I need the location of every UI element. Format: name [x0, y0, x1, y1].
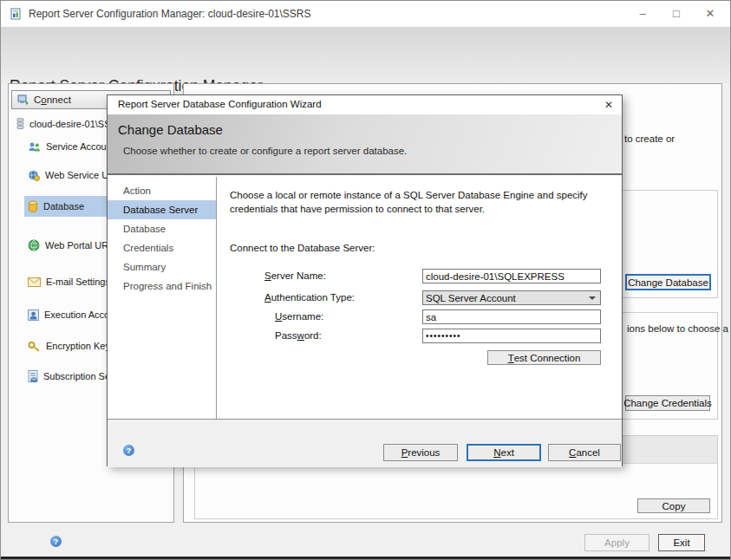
- service-account-icon: [28, 141, 41, 153]
- encryption-keys-icon: [28, 341, 41, 352]
- sidebar-item-label: E-mail Settings: [46, 277, 110, 287]
- minimize-button[interactable]: –: [627, 1, 658, 27]
- step-description: Choose a local or remote instance of a S…: [230, 188, 608, 216]
- wizard-step-action[interactable]: Action: [108, 181, 216, 200]
- username-label: Username:: [275, 311, 323, 322]
- authentication-type-select[interactable]: SQL Server Account: [422, 290, 601, 305]
- web-service-url-icon: [28, 170, 40, 181]
- copy-button[interactable]: Copy: [637, 498, 710, 513]
- connect-icon: [17, 94, 29, 106]
- cancel-button[interactable]: Cancel: [548, 444, 621, 461]
- change-database-button[interactable]: Change Database: [625, 274, 711, 290]
- chevron-down-icon: [589, 296, 596, 303]
- server-name-label: Server Name:: [264, 270, 326, 281]
- database-configuration-wizard-dialog: Report Server Database Configuration Wiz…: [107, 94, 623, 466]
- password-label: Password:: [275, 330, 322, 341]
- app-window: Report Server Configuration Manager: clo…: [0, 0, 731, 560]
- sidebar-item-web-portal-url[interactable]: Web Portal URL: [28, 238, 114, 253]
- sidebar-item-label: Database: [43, 201, 84, 212]
- sidebar-item-label: Encryption Keys: [46, 341, 114, 351]
- next-button[interactable]: Next: [467, 444, 541, 461]
- sidebar-item-email-settings[interactable]: E-mail Settings: [28, 274, 110, 290]
- help-icon[interactable]: [50, 536, 62, 547]
- password-input[interactable]: [422, 329, 601, 343]
- server-icon: [16, 118, 25, 130]
- email-settings-icon: [28, 277, 41, 287]
- window-bottom-strip: [1, 557, 730, 560]
- sidebar-item-service-account[interactable]: Service Account: [28, 139, 114, 154]
- app-header: Report Server Configuration Manager: [1, 27, 730, 83]
- server-name-input[interactable]: [422, 269, 601, 283]
- wizard-step-database-server[interactable]: Database Server: [108, 200, 216, 219]
- wizard-step-database[interactable]: Database: [108, 219, 216, 238]
- connect-label: Connect: [34, 94, 71, 105]
- previous-button[interactable]: Previous: [383, 444, 458, 461]
- dialog-close-icon[interactable]: ✕: [600, 97, 617, 113]
- username-input[interactable]: [422, 309, 601, 324]
- dialog-help-icon[interactable]: [123, 445, 134, 456]
- web-portal-url-icon: [28, 239, 40, 251]
- wizard-step-credentials[interactable]: Credentials: [108, 238, 216, 257]
- wizard-step-summary[interactable]: Summary: [108, 257, 216, 277]
- wizard-step-list: Action Database Server Database Credenti…: [108, 177, 217, 419]
- dialog-titlebar: Report Server Database Configuration Wiz…: [108, 95, 622, 114]
- dialog-subheading: Choose whether to create or configure a …: [123, 146, 407, 156]
- exit-button[interactable]: Exit: [658, 534, 705, 551]
- credentials-description-fragment: ions below to choose a: [627, 323, 728, 334]
- close-button[interactable]: ✕: [695, 1, 726, 27]
- sidebar-item-label: Web Portal URL: [45, 240, 114, 251]
- dialog-title: Report Server Database Configuration Wiz…: [118, 99, 322, 109]
- test-connection-button[interactable]: Test Connection: [487, 350, 601, 365]
- database-icon: [28, 200, 38, 212]
- authentication-type-label: Authentication Type:: [264, 292, 355, 303]
- sidebar-item-encryption-keys[interactable]: Encryption Keys: [28, 338, 114, 354]
- dialog-header: Change Database Choose whether to create…: [108, 114, 622, 175]
- authentication-type-value: SQL Server Account: [426, 293, 516, 303]
- wizard-step-progress-finish[interactable]: Progress and Finish: [108, 277, 216, 296]
- connect-section-label: Connect to the Database Server:: [230, 243, 375, 253]
- app-icon: [10, 8, 23, 21]
- sidebar-item-label: Service Account: [46, 141, 114, 152]
- change-credentials-button[interactable]: Change Credentials: [625, 395, 710, 411]
- dialog-heading: Change Database: [118, 122, 223, 137]
- window-titlebar: Report Server Configuration Manager: clo…: [1, 1, 730, 27]
- apply-button[interactable]: Apply: [584, 534, 649, 551]
- maximize-button[interactable]: □: [661, 1, 692, 27]
- page-description-fragment: to create or: [624, 133, 675, 144]
- execution-account-icon: [28, 309, 39, 321]
- dialog-footer: Previous Next Cancel: [108, 419, 622, 467]
- subscription-settings-icon: [28, 370, 38, 382]
- window-title: Report Server Configuration Manager: clo…: [29, 8, 311, 20]
